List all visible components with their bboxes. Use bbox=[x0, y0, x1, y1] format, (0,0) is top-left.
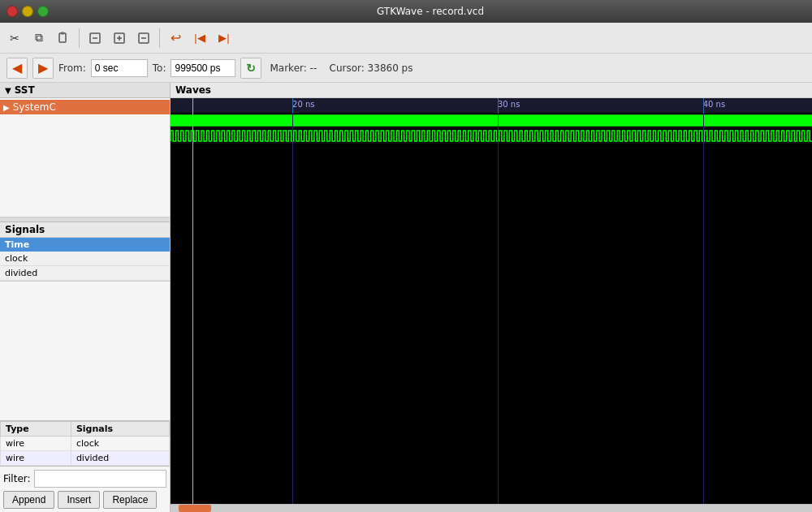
titlebar: GTKWave - record.vcd bbox=[0, 0, 812, 23]
marker-info: Marker: -- Cursor: 33860 ps bbox=[270, 62, 412, 74]
tree-item-systemc[interactable]: ▶ SystemC bbox=[0, 100, 170, 114]
back-button[interactable]: ↩ bbox=[164, 27, 187, 49]
next-button[interactable]: ▶ bbox=[32, 58, 54, 79]
window-controls[interactable] bbox=[6, 6, 49, 17]
close-button[interactable] bbox=[6, 6, 18, 17]
svg-rect-0 bbox=[59, 33, 66, 42]
resize-handle[interactable] bbox=[0, 217, 170, 222]
filter-section: Filter: Append Insert Replace bbox=[0, 466, 170, 512]
sst-label: SST bbox=[15, 84, 35, 96]
sst-tree[interactable]: ▶ SystemC bbox=[0, 98, 170, 217]
filter-input[interactable] bbox=[34, 470, 166, 488]
filter-label: Filter: bbox=[3, 473, 31, 484]
right-panel: Waves 20 ns 30 ns 40 ns bbox=[171, 83, 812, 512]
signals-label: Signals bbox=[5, 224, 45, 235]
waves-area: 20 ns 30 ns 40 ns bbox=[171, 98, 812, 512]
from-label: From: bbox=[58, 62, 86, 74]
table-row[interactable]: wiredivided bbox=[1, 451, 170, 466]
navbar: ◀ ▶ From: To: ↻ Marker: -- Cursor: 33860… bbox=[0, 54, 812, 83]
tree-item-label: SystemC bbox=[13, 101, 56, 113]
copy-button[interactable]: ⧉ bbox=[28, 27, 50, 49]
insert-button[interactable]: Insert bbox=[58, 491, 100, 509]
col-signals-header: Signals bbox=[71, 422, 169, 437]
clock-wave-row bbox=[171, 113, 812, 128]
col-type-header: Type bbox=[1, 422, 71, 437]
divided-waveform bbox=[171, 128, 812, 144]
waveform-display[interactable] bbox=[171, 113, 812, 504]
tree-icon: ▶ bbox=[3, 103, 10, 112]
zoom-in-button[interactable] bbox=[108, 27, 131, 49]
cursor-line bbox=[192, 98, 193, 113]
signals-table-section: Type Signals wireclockwiredivided bbox=[0, 420, 170, 466]
zoom-out-button[interactable] bbox=[132, 27, 155, 49]
replace-button[interactable]: Replace bbox=[103, 491, 157, 509]
grid-30 bbox=[498, 113, 499, 504]
svg-rect-1 bbox=[61, 32, 64, 34]
sst-header: ▼ SST bbox=[0, 83, 170, 98]
h-scrollbar-thumb[interactable] bbox=[179, 505, 211, 512]
left-spacer bbox=[0, 282, 170, 420]
refresh-button[interactable]: ↻ bbox=[240, 58, 261, 79]
signal-cell: divided bbox=[71, 451, 169, 466]
signal-cell: clock bbox=[71, 437, 169, 451]
from-input[interactable] bbox=[91, 59, 148, 77]
timeline-30ns: 30 ns bbox=[498, 100, 520, 109]
timeline-40ns: 40 ns bbox=[703, 100, 725, 109]
toolbar: ✂ ⧉ ↩ |◀ ▶| bbox=[0, 23, 812, 54]
maximize-button[interactable] bbox=[37, 6, 49, 17]
cursor-wave-line bbox=[192, 113, 193, 504]
sst-triangle: ▼ bbox=[5, 86, 11, 95]
table-row[interactable]: wireclock bbox=[1, 437, 170, 451]
type-cell: wire bbox=[1, 451, 71, 466]
type-cell: wire bbox=[1, 437, 71, 451]
signal-clock-row[interactable]: clock bbox=[0, 252, 170, 266]
gridline-20 bbox=[292, 98, 293, 113]
timeline-20ns: 20 ns bbox=[292, 100, 314, 109]
to-input[interactable] bbox=[171, 59, 235, 77]
waves-header: Waves bbox=[171, 83, 812, 98]
end-button[interactable]: ▶| bbox=[213, 27, 235, 49]
to-label: To: bbox=[153, 62, 166, 74]
waves-label: Waves bbox=[175, 84, 211, 96]
sep1 bbox=[79, 28, 80, 48]
signal-divided-row[interactable]: divided bbox=[0, 266, 170, 281]
divided-wave-row bbox=[171, 128, 812, 144]
filter-row: Filter: bbox=[3, 470, 166, 488]
grid-20 bbox=[292, 113, 293, 504]
cut-button[interactable]: ✂ bbox=[3, 27, 26, 49]
signal-time-row[interactable]: Time bbox=[0, 238, 170, 252]
begin-button[interactable]: |◀ bbox=[188, 27, 211, 49]
gridline-40 bbox=[703, 98, 704, 113]
grid-40 bbox=[703, 113, 704, 504]
signal-list: Time clock divided bbox=[0, 238, 170, 282]
gridline-30 bbox=[498, 98, 499, 113]
minimize-button[interactable] bbox=[22, 6, 33, 17]
signals-header: Signals bbox=[0, 222, 170, 238]
h-scrollbar[interactable] bbox=[171, 504, 812, 512]
left-panel: ▼ SST ▶ SystemC Signals Time clock bbox=[0, 83, 171, 512]
prev-button[interactable]: ◀ bbox=[6, 58, 28, 79]
clock-waveform bbox=[171, 113, 812, 128]
filter-buttons: Append Insert Replace bbox=[3, 491, 166, 509]
paste-button[interactable] bbox=[52, 27, 75, 49]
sst-section: ▼ SST ▶ SystemC bbox=[0, 83, 170, 222]
main-content: ▼ SST ▶ SystemC Signals Time clock bbox=[0, 83, 812, 512]
append-button[interactable]: Append bbox=[3, 491, 54, 509]
waves-timeline: 20 ns 30 ns 40 ns bbox=[171, 98, 812, 113]
signals-table: Type Signals wireclockwiredivided bbox=[0, 421, 170, 466]
sep2 bbox=[159, 28, 160, 48]
window-title: GTKWave - record.vcd bbox=[55, 6, 806, 17]
zoom-fit-button[interactable] bbox=[84, 27, 106, 49]
